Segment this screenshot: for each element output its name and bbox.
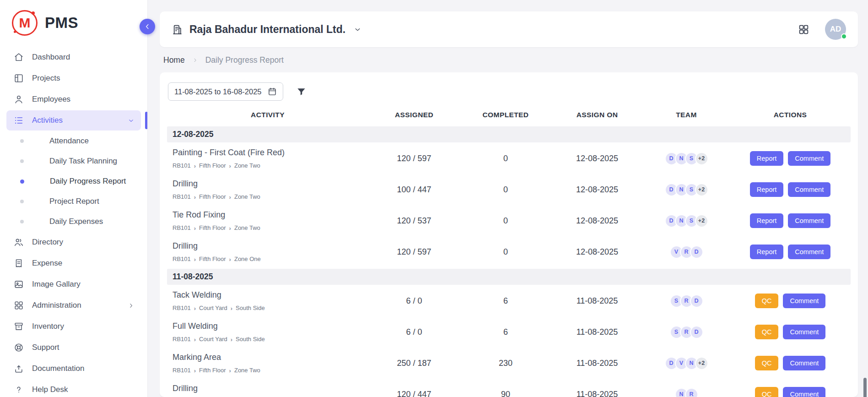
table-row: Tack WeldingRB101›Court Yard›South Side6… bbox=[167, 286, 851, 317]
team-avatars: DVN+2 bbox=[643, 357, 730, 370]
breadcrumb-current: Daily Progress Report bbox=[205, 55, 284, 65]
date-group-row: 11-08-2025 bbox=[167, 269, 851, 285]
assign-on-value: 12-08-2025 bbox=[551, 154, 643, 163]
chevron-right-icon: › bbox=[229, 368, 231, 374]
filter-icon[interactable] bbox=[296, 87, 307, 97]
expense-icon bbox=[14, 258, 24, 268]
app-logo[interactable]: M PMS bbox=[0, 10, 147, 36]
sidebar-item-image-gallary[interactable]: Image Gallary bbox=[6, 274, 141, 294]
sidebar-item-dashboard[interactable]: Dashboard bbox=[6, 47, 141, 67]
row-actions: QCComment bbox=[730, 356, 851, 370]
assign-on-value: 12-08-2025 bbox=[551, 247, 643, 257]
activity-title[interactable]: Tack Welding bbox=[173, 290, 368, 300]
date-range-input[interactable]: 11-08-2025 to 16-08-2025 bbox=[168, 82, 283, 101]
activity-title[interactable]: Full Welding bbox=[173, 321, 368, 331]
avatar-initials: AD bbox=[830, 25, 841, 34]
comment-button[interactable]: Comment bbox=[788, 213, 830, 228]
sidebar-item-label: Directory bbox=[32, 238, 63, 247]
sidebar-item-label: Inventory bbox=[32, 322, 64, 331]
breadcrumb: Home Daily Progress Report bbox=[163, 55, 854, 65]
sidebar-item-support[interactable]: Support bbox=[6, 337, 141, 358]
team-avatars: DNS+2 bbox=[643, 214, 730, 228]
sidebar-item-activities[interactable]: Activities bbox=[6, 110, 141, 131]
chevron-right-icon: › bbox=[231, 337, 232, 343]
sidebar-subitem-daily-expenses[interactable]: Daily Expenses bbox=[0, 212, 147, 232]
report-button[interactable]: Report bbox=[750, 213, 784, 228]
completed-value: 230 bbox=[460, 359, 551, 368]
company-selector[interactable]: Raja Bahadur International Ltd. bbox=[172, 23, 361, 36]
activity-title[interactable]: Marking Area bbox=[173, 352, 368, 362]
activity-title[interactable]: Drilling bbox=[173, 383, 368, 393]
sidebar-item-projects[interactable]: Projects bbox=[6, 68, 141, 88]
location-segment: Fifth Floor bbox=[199, 162, 226, 169]
sidebar-item-directory[interactable]: Directory bbox=[6, 232, 141, 252]
sidebar-item-label: Administration bbox=[32, 301, 81, 310]
chevron-right-icon bbox=[128, 302, 135, 309]
table-header-row: ACTIVITYASSIGNEDCOMPLETEDASSIGN ONTEAMAC… bbox=[167, 108, 851, 125]
apps-grid-icon[interactable] bbox=[798, 24, 809, 35]
sidebar-subitem-label: Daily Expenses bbox=[49, 217, 103, 226]
team-avatars: DNS+2 bbox=[643, 152, 730, 165]
online-status-dot bbox=[841, 33, 847, 39]
chevron-right-icon: › bbox=[194, 368, 196, 374]
sidebar: M PMS DashboardProjectsEmployeesActiviti… bbox=[0, 0, 148, 397]
completed-value: 0 bbox=[460, 247, 551, 257]
comment-button[interactable]: Comment bbox=[783, 356, 825, 370]
assigned-value: 120 / 597 bbox=[368, 247, 460, 257]
column-header-actions: ACTIONS bbox=[730, 111, 851, 119]
sidebar-subitem-project-report[interactable]: Project Report bbox=[0, 191, 147, 212]
qc-button[interactable]: QC bbox=[755, 294, 779, 308]
sidebar-item-employees[interactable]: Employees bbox=[6, 89, 141, 109]
column-header-assign-on: ASSIGN ON bbox=[551, 111, 643, 119]
qc-button[interactable]: QC bbox=[755, 325, 779, 339]
comment-button[interactable]: Comment bbox=[788, 182, 830, 197]
filter-row: 11-08-2025 to 16-08-2025 bbox=[168, 82, 851, 101]
sidebar-subitem-daily-progress-report[interactable]: Daily Progress Report bbox=[0, 171, 147, 191]
sidebar-item-inventory[interactable]: Inventory bbox=[6, 316, 141, 337]
sidebar-item-label: Activities bbox=[32, 116, 63, 125]
report-button[interactable]: Report bbox=[750, 182, 784, 197]
activity-title[interactable]: Tie Rod Fixing bbox=[173, 210, 368, 220]
comment-button[interactable]: Comment bbox=[783, 387, 825, 397]
logo-mark-icon: M bbox=[12, 10, 38, 36]
sidebar-item-documentation[interactable]: Documentation bbox=[6, 359, 141, 379]
qc-button[interactable]: QC bbox=[755, 356, 779, 370]
comment-button[interactable]: Comment bbox=[788, 245, 830, 259]
team-avatar: D bbox=[690, 245, 703, 259]
table-row: DrillingRB101›Fifth Floor›Zone One120 / … bbox=[167, 237, 851, 268]
activity-title[interactable]: Painting - First Coat (Fire Red) bbox=[173, 147, 368, 158]
sidebar-item-administration[interactable]: Administration bbox=[6, 295, 141, 315]
activity-title[interactable]: Drilling bbox=[173, 179, 368, 189]
location-segment: RB101 bbox=[173, 336, 191, 343]
location-segment: Zone Two bbox=[234, 224, 260, 232]
sidebar-item-label: Dashboard bbox=[32, 53, 70, 62]
report-button[interactable]: Report bbox=[750, 151, 784, 166]
sidebar-subitem-attendance[interactable]: Attendance bbox=[0, 131, 147, 151]
assigned-value: 100 / 447 bbox=[368, 185, 460, 195]
assigned-value: 6 / 0 bbox=[368, 296, 460, 306]
scrollbar-thumb[interactable] bbox=[863, 378, 867, 397]
sidebar-collapse-button[interactable] bbox=[140, 19, 155, 34]
assign-on-value: 11-08-2025 bbox=[551, 359, 643, 368]
qc-button[interactable]: QC bbox=[755, 387, 779, 397]
breadcrumb-home[interactable]: Home bbox=[163, 55, 185, 65]
chevron-right-icon: › bbox=[194, 337, 196, 343]
bullet-dot-icon bbox=[20, 179, 24, 184]
chevron-right-icon: › bbox=[194, 194, 196, 200]
comment-button[interactable]: Comment bbox=[783, 325, 825, 339]
assign-on-value: 12-08-2025 bbox=[551, 216, 643, 226]
location-segment: RB101 bbox=[173, 162, 191, 169]
location-segment: Fifth Floor bbox=[199, 367, 226, 374]
report-button[interactable]: Report bbox=[750, 245, 784, 259]
user-avatar[interactable]: AD bbox=[825, 19, 846, 40]
employees-icon bbox=[14, 94, 24, 104]
sidebar-item-label: Expense bbox=[32, 259, 62, 268]
sidebar-item-help-desk[interactable]: Help Desk bbox=[6, 380, 141, 397]
team-avatar: D bbox=[690, 326, 703, 339]
sidebar-item-expense[interactable]: Expense bbox=[6, 253, 141, 273]
sidebar-subitem-daily-task-planning[interactable]: Daily Task Planning bbox=[0, 151, 147, 171]
assign-on-value: 11-08-2025 bbox=[551, 296, 643, 306]
comment-button[interactable]: Comment bbox=[788, 151, 830, 166]
activity-title[interactable]: Drilling bbox=[173, 241, 368, 251]
comment-button[interactable]: Comment bbox=[783, 294, 825, 308]
